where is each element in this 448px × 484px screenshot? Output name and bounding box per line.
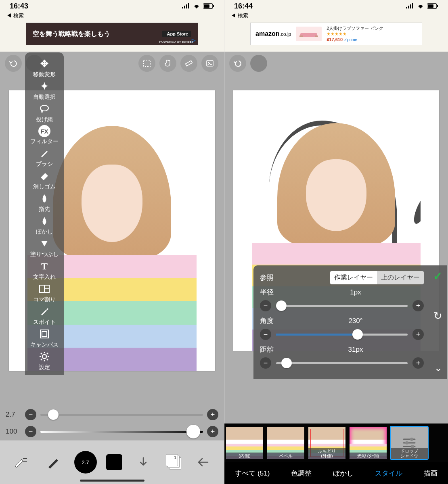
thumb-glow-outer[interactable]: 光彩 (外側) [350,427,387,459]
distance-slider[interactable]: − + [260,357,424,369]
confirm-button[interactable]: ✓ [433,269,442,283]
reset-button[interactable]: ↻ [433,310,442,322]
undo-button[interactable] [229,55,246,72]
brush-size-slider[interactable]: 2.7 − + [6,409,218,420]
ruler-icon [184,59,193,68]
category-blur[interactable]: ぼかし [333,469,354,478]
collapse-button[interactable]: ⌄ [434,362,442,373]
back-to-search[interactable]: ◀ 検索 [0,12,224,21]
svg-rect-31 [410,4,411,8]
minus-button[interactable]: − [260,329,271,340]
thumb-label: (内側) [226,453,263,459]
tool-auto-select[interactable]: ✦自動選択 [33,80,56,101]
plus-button[interactable]: + [207,426,218,437]
brush-opacity-slider[interactable]: 100 − + [6,426,218,437]
color-swatch[interactable] [106,454,122,470]
ad-price: ¥17,610 [327,37,343,42]
layer-count-badge: 1 [166,454,178,466]
reference-row: 参照 作業レイヤー 上のレイヤー [260,271,424,284]
minus-button[interactable]: − [25,409,36,420]
slider-knob[interactable] [48,409,59,420]
tool-label: 塗りつぶし [30,251,59,258]
slider-track[interactable] [276,362,408,364]
slider-knob[interactable] [186,425,200,438]
tool-eyedropper[interactable]: スポイト [33,305,56,326]
svg-rect-8 [186,60,193,66]
arrow-left-icon [197,457,209,467]
redo-button[interactable] [250,55,267,72]
tool-smudge[interactable]: 指先 [38,192,51,213]
ad-info-icon[interactable]: ▷ [192,38,195,43]
wifi-icon [193,3,201,9]
hand-icon [164,59,172,68]
tool-text[interactable]: T文字入れ [33,260,56,281]
reference-segmented[interactable]: 作業レイヤー 上のレイヤー [330,271,424,284]
minus-button[interactable]: − [260,357,271,369]
thumb-inner[interactable]: (内側) [226,427,263,459]
plus-button[interactable]: + [412,329,424,340]
touch-gesture-button[interactable] [159,55,176,72]
undo-button[interactable] [5,55,22,72]
tool-eraser[interactable]: 消しゴム [33,169,56,190]
slider-knob[interactable] [276,300,287,311]
thumb-stroke-outer[interactable]: ふちどり (外側) [308,427,345,459]
ruler-button[interactable] [180,55,197,72]
reference-option-working[interactable]: 作業レイヤー [330,271,377,284]
tool-label: 設定 [39,364,50,371]
category-draw[interactable]: 描画 [424,469,438,478]
tool-blur[interactable]: ぼかし [36,215,53,236]
plus-button[interactable]: + [412,357,424,369]
thumb-drop-shadow[interactable]: ドロップ シャドウ [391,427,428,459]
slider-track[interactable] [40,431,203,433]
tool-label: ブラシ [36,161,53,168]
thumb-bevel[interactable]: ベベル [267,427,304,459]
svg-rect-0 [182,7,183,8]
svg-line-23 [41,353,42,354]
selection-icon [143,59,151,67]
tool-fill[interactable]: 塗りつぶし [30,237,59,258]
tool-frame[interactable]: コマ割り [33,282,56,303]
tool-move[interactable]: ✥移動変形 [33,57,56,78]
back-button[interactable] [192,451,214,474]
tool-canvas[interactable]: キャンバス [30,328,59,348]
ad-logo: amazon.co.jp [255,30,291,38]
ad-banner[interactable]: amazon.co.jp 2人掛けラブソファー ピンク ★★★★★ ¥17,61… [250,23,422,45]
plus-button[interactable]: + [207,409,218,420]
slider-knob[interactable] [352,329,363,340]
angle-slider[interactable]: − + [260,329,424,340]
tool-settings[interactable]: 設定 [38,350,51,371]
brush-size-label: 2.7 [82,459,89,465]
minus-button[interactable]: − [260,300,271,311]
minus-button[interactable]: − [25,426,36,437]
slider-knob[interactable] [281,358,292,368]
tool-label: 自動選択 [33,94,56,101]
image-button[interactable] [201,55,218,72]
tool-lasso[interactable]: 投げ縄 [36,102,53,123]
brush-size-indicator[interactable]: 2.7 [74,451,97,474]
category-all[interactable]: すべて (51) [235,469,270,478]
editor-area: ✥移動変形 ✦自動選択 投げ縄 FXフィルター ブラシ 消しゴム 指先 ぼかし … [0,52,224,484]
back-to-search[interactable]: ◀ 検索 [224,12,448,21]
layers-button[interactable]: 1 [164,453,182,471]
tool-label: 移動変形 [33,71,56,78]
plus-button[interactable]: + [412,300,424,311]
ad-banner[interactable]: 空を舞う戦略戦を楽しもう App Store POWERED BY ɪɴᴍᴏʙɪ… [26,23,198,45]
thumb-label: ドロップ シャドウ [391,448,428,459]
slider-track[interactable] [40,414,203,416]
tool-filter[interactable]: FXフィルター [30,125,59,145]
selection-tool-button[interactable] [138,55,155,72]
category-style[interactable]: スタイル [375,469,402,478]
slider-track[interactable] [276,334,408,336]
category-color[interactable]: 色調整 [291,469,312,478]
radius-slider[interactable]: − + [260,300,424,311]
text-icon: T [38,260,51,273]
svg-point-12 [41,111,43,112]
slider-track[interactable] [276,305,408,307]
editor-area: ✓ ↻ ⌄ 参照 作業レイヤー 上のレイヤー 半径 1px − + [224,52,448,484]
download-button[interactable] [132,451,155,474]
reference-option-above[interactable]: 上のレイヤー [377,271,424,284]
tool-brush[interactable]: ブラシ [36,147,53,168]
pen-settings-button[interactable] [10,451,32,474]
current-brush-button[interactable] [42,451,65,474]
gear-icon [38,350,51,363]
